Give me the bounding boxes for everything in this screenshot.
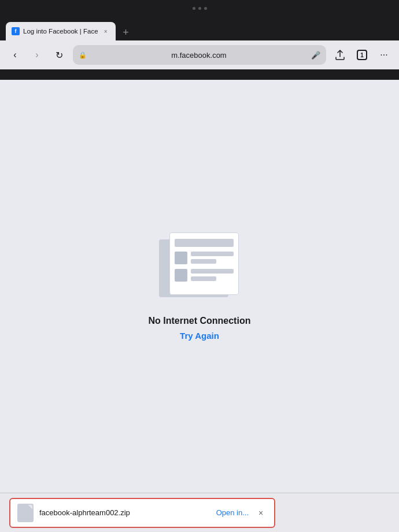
- browser-chrome: f Log into Facebook | Face × + ‹ › ↻ 🔒 m…: [0, 16, 399, 80]
- top-bar: [0, 0, 399, 16]
- tabs-count-button[interactable]: 1: [354, 47, 370, 63]
- doc-row-1: [175, 252, 234, 264]
- doc-lines-2: [191, 269, 234, 281]
- back-button[interactable]: ‹: [7, 47, 23, 63]
- tab-favicon-letter: f: [15, 28, 17, 34]
- download-close-button[interactable]: ×: [254, 507, 267, 519]
- address-bar[interactable]: 🔒 m.facebook.com 🎤: [73, 45, 326, 65]
- tab-bar: f Log into Facebook | Face × +: [0, 16, 399, 40]
- doc-lines-1: [191, 252, 234, 264]
- doc-row-2: [175, 269, 234, 282]
- doc-line-3: [191, 269, 234, 274]
- download-item: facebook-alphrteam002.zip Open in... ×: [9, 498, 275, 528]
- no-internet-illustration: [159, 232, 240, 302]
- more-options-button[interactable]: ···: [376, 47, 392, 63]
- reload-button[interactable]: ↻: [51, 47, 67, 63]
- doc-thumb-2: [175, 269, 187, 282]
- doc-thumb-1: [175, 252, 187, 264]
- nav-bar: ‹ › ↻ 🔒 m.facebook.com 🎤 1 ···: [0, 40, 399, 69]
- file-icon: [17, 504, 34, 522]
- window-controls: [193, 7, 207, 10]
- webpage-content: No Internet Connection Try Again: [0, 80, 399, 493]
- mic-icon[interactable]: 🎤: [311, 51, 320, 60]
- try-again-button[interactable]: Try Again: [180, 331, 219, 341]
- dot-1: [193, 7, 195, 10]
- tab-title: Log into Facebook | Face: [23, 28, 98, 35]
- forward-button[interactable]: ›: [29, 47, 45, 63]
- lock-icon: 🔒: [79, 51, 87, 59]
- new-tab-button[interactable]: +: [118, 24, 134, 40]
- doc-header-bar: [175, 239, 234, 247]
- address-text: m.facebook.com: [90, 51, 308, 60]
- doc-line-1: [191, 252, 234, 256]
- active-tab[interactable]: f Log into Facebook | Face ×: [6, 22, 116, 40]
- bottom-bar: facebook-alphrteam002.zip Open in... ×: [0, 493, 399, 532]
- doc-line-2: [191, 259, 216, 264]
- open-in-button[interactable]: Open in...: [216, 508, 249, 517]
- tab-close-button[interactable]: ×: [102, 27, 110, 35]
- dot-2: [198, 7, 201, 10]
- doc-line-4: [191, 276, 216, 281]
- share-button[interactable]: [332, 47, 348, 63]
- download-filename: facebook-alphrteam002.zip: [39, 508, 210, 517]
- no-internet-title: No Internet Connection: [149, 316, 251, 326]
- tabs-count-box: 1: [357, 50, 367, 60]
- dot-3: [204, 7, 207, 10]
- doc-front: [169, 232, 239, 295]
- tab-favicon: f: [12, 27, 20, 35]
